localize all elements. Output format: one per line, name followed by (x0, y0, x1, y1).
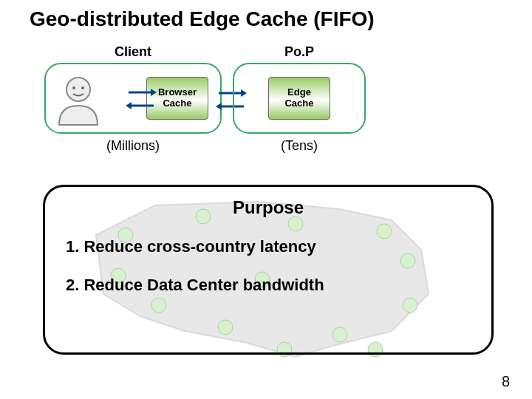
purpose-item-2: 2. Reduce Data Center bandwidth (66, 276, 491, 295)
pop-box: Edge Cache (233, 63, 366, 134)
browser-cache-line1: Browser (158, 87, 197, 98)
user-icon (53, 73, 103, 129)
svg-point-1 (72, 86, 75, 89)
browser-cache-line2: Cache (163, 98, 191, 109)
edge-cache-box: Edge Cache (268, 77, 330, 120)
svg-marker-10 (216, 103, 222, 110)
client-group: Client Browser Cache (Millions) (44, 44, 222, 154)
client-footnote: (Millions) (44, 138, 222, 154)
svg-marker-6 (126, 102, 132, 109)
svg-point-0 (66, 78, 90, 101)
page-number: 8 (502, 373, 510, 390)
edge-cache-line1: Edge (287, 87, 311, 98)
edge-cache-line2: Cache (284, 98, 313, 109)
slide-title: Geo-distributed Edge Cache (FIFO) (30, 7, 375, 31)
purpose-item-1: 1. Reduce cross-country latency (66, 237, 491, 256)
client-label: Client (44, 44, 222, 60)
bidir-arrows-icon (126, 85, 157, 117)
client-box: Browser Cache (44, 63, 222, 134)
purpose-panel: Purpose 1. Reduce cross-country latency … (43, 185, 494, 355)
pop-group: Po.P Edge Cache (Tens) (233, 44, 366, 154)
purpose-heading: Purpose (45, 197, 491, 218)
pop-label: Po.P (233, 44, 366, 60)
pop-footnote: (Tens) (233, 138, 366, 154)
svg-point-2 (81, 86, 84, 89)
svg-marker-4 (151, 89, 157, 96)
